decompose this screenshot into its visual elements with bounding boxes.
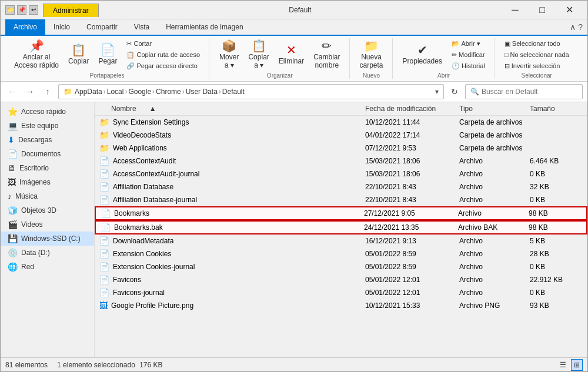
header-fecha[interactable]: Fecha de modificación (365, 105, 459, 113)
file-name-cell: 📄 AccessContextAudit (99, 156, 365, 166)
list-view-button[interactable]: ⊞ (571, 359, 583, 371)
table-row[interactable]: 📄 Extension Cookies-journal 05/01/2022 8… (95, 260, 587, 273)
file-type: Archivo PNG (459, 301, 530, 310)
ribbon-organizar-row: 📦 Movera ▾ 📋 Copiara ▾ ✕ Eliminar ✏ Camb… (215, 38, 344, 71)
up-button[interactable]: ↑ (41, 85, 55, 99)
table-row[interactable]: 📄 AccessContextAudit-journal 15/03/2021 … (95, 167, 587, 180)
search-input[interactable] (482, 88, 577, 96)
copiar-ruta-button[interactable]: 📋 Copiar ruta de acceso (122, 49, 204, 60)
propiedades-button[interactable]: ✔ Propiedades (399, 39, 446, 70)
maximize-button[interactable]: □ (529, 1, 556, 19)
sidebar-item-acceso-rapido[interactable]: ⭐ Acceso rápido (1, 105, 94, 119)
table-row[interactable]: 📁 Sync Extension Settings 10/12/2021 11:… (95, 116, 587, 129)
sidebar-item-windows-ssd[interactable]: 💾 Windows-SSD (C:) (1, 232, 94, 246)
file-size: 0 KB (530, 263, 583, 271)
sidebar-label: Videos (21, 220, 42, 229)
table-row[interactable]: 📄 DownloadMetadata 16/12/2021 9:13 Archi… (95, 234, 587, 247)
table-row-bookmarks-bak[interactable]: 📄 Bookmarks.bak 24/12/2021 13:35 Archivo… (95, 220, 587, 234)
anclar-button[interactable]: 📌 Anclar alAcceso rápido (10, 39, 63, 70)
tab-herramientas[interactable]: Herramientas de imagen (158, 19, 251, 35)
sidebar-item-objetos3d[interactable]: 🧊 Objetos 3D (1, 203, 94, 217)
minimize-button[interactable]: ─ (502, 1, 529, 19)
nueva-carpeta-button[interactable]: 📁 Nuevacarpeta (356, 39, 387, 70)
item-count: 81 elementos (5, 361, 48, 369)
table-row[interactable]: 📄 Affiliation Database 22/10/2021 8:43 A… (95, 180, 587, 193)
file-date: 16/12/2021 9:13 (365, 237, 459, 245)
header-tamanyo[interactable]: Tamaño (530, 105, 583, 113)
sidebar-item-este-equipo[interactable]: 💻 Este equipo (1, 119, 94, 133)
eliminar-button[interactable]: ✕ Eliminar (275, 39, 308, 70)
sidebar-item-data-d[interactable]: 💿 Data (D:) (1, 246, 94, 260)
copiar-a-button[interactable]: 📋 Copiara ▾ (244, 39, 273, 70)
file-size: 5 KB (530, 237, 583, 245)
file-name-cell: 📁 Sync Extension Settings (99, 118, 365, 127)
pegar-acceso-button[interactable]: 🔗 Pegar acceso directo (122, 61, 204, 71)
table-row[interactable]: 📄 Extension Cookies 05/01/2022 8:59 Arch… (95, 247, 587, 260)
tab-vista[interactable]: Vista (126, 19, 158, 35)
view-buttons: ☰ ⊞ (557, 359, 583, 371)
sidebar-item-descargas[interactable]: ⬇ Descargas (1, 133, 94, 147)
help-icon[interactable]: ? (578, 22, 583, 32)
mover-button[interactable]: 📦 Movera ▾ (215, 39, 243, 70)
sidebar-item-imagenes[interactable]: 🖼 Imágenes (1, 175, 94, 189)
copiar-button[interactable]: 📋 Copiar (64, 39, 93, 70)
header-tipo[interactable]: Tipo (459, 105, 530, 113)
seleccionar-todo-button[interactable]: ▣ Seleccionar todo (500, 38, 573, 49)
tab-inicio[interactable]: Inicio (45, 19, 78, 35)
delete-icon: ✕ (286, 44, 296, 56)
cambiar-nombre-button[interactable]: ✏ Cambiarnombre (309, 39, 344, 70)
file-size: 0 KB (530, 289, 583, 297)
breadcrumb-item-current[interactable]: Default (222, 88, 245, 96)
breadcrumb-item[interactable]: AppData (75, 88, 102, 96)
close-button[interactable]: ✕ (556, 1, 583, 19)
table-row[interactable]: 📄 Favicons 05/01/2022 12:01 Archivo 22.9… (95, 273, 587, 286)
forward-button[interactable]: → (23, 85, 37, 99)
breadcrumb-item[interactable]: User Data (186, 88, 218, 96)
no-seleccionar-button[interactable]: □ No seleccionar nada (500, 49, 573, 60)
sidebar-item-red[interactable]: 🌐 Red (1, 260, 94, 274)
refresh-button[interactable]: ↻ (447, 85, 462, 99)
tab-archivo[interactable]: Archivo (5, 19, 45, 35)
pegar-button[interactable]: 📄 Pegar (94, 39, 121, 70)
quick-access-icon[interactable]: 📁 (5, 5, 15, 15)
table-row[interactable]: 📄 AccessContextAudit 15/03/2021 18:06 Ar… (95, 155, 587, 167)
undo-icon[interactable]: ↩ (29, 5, 38, 15)
sidebar-item-documentos[interactable]: 📄 Documentos (1, 147, 94, 161)
file-icon: 📄 (101, 209, 111, 218)
file-icon: 📄 (99, 262, 109, 272)
sidebar-item-musica[interactable]: ♪ Música (1, 189, 94, 203)
header-nombre[interactable]: Nombre ▲ (99, 105, 365, 113)
file-name-cell: 🖼 Google Profile Picture.png (99, 301, 365, 310)
administrar-tab[interactable]: Administrar (43, 4, 99, 17)
star-icon: ⭐ (8, 107, 18, 116)
file-name: AccessContextAudit-journal (113, 170, 199, 178)
details-view-button[interactable]: ☰ (557, 359, 569, 371)
sidebar-item-escritorio[interactable]: 🖥 Escritorio (1, 161, 94, 175)
breadcrumb-bar[interactable]: 📁 AppData › Local › Google › Chrome › Us… (58, 84, 444, 99)
table-row[interactable]: 📄 Favicons-journal 05/01/2022 12:01 Arch… (95, 286, 587, 299)
pin-icon[interactable]: 📌 (17, 5, 26, 15)
breadcrumb-dropdown-icon[interactable]: ▾ (435, 88, 439, 96)
file-name: Extension Cookies-journal (113, 263, 195, 271)
table-row-bookmarks[interactable]: 📄 Bookmarks 27/12/2021 9:05 Archivo 98 K… (95, 206, 587, 220)
breadcrumb-item[interactable]: Local (107, 88, 124, 96)
breadcrumb-item[interactable]: Google (128, 88, 151, 96)
back-button[interactable]: ← (5, 85, 19, 99)
tab-compartir[interactable]: Compartir (78, 19, 126, 35)
sidebar-item-videos[interactable]: 🎬 Videos (1, 217, 94, 232)
modificar-button[interactable]: ✏ Modificar (447, 49, 489, 60)
file-date: 10/12/2021 15:33 (365, 301, 459, 310)
file-name: Google Profile Picture.png (111, 301, 193, 310)
table-row[interactable]: 🖼 Google Profile Picture.png 10/12/2021 … (95, 299, 587, 312)
historial-button[interactable]: 🕐 Historial (447, 61, 489, 71)
abrir-button[interactable]: 📂 Abrir ▾ (447, 38, 489, 49)
file-icon: 📄 (99, 156, 109, 166)
ribbon-collapse-icon[interactable]: ∧ (570, 22, 576, 32)
table-row[interactable]: 📁 Web Applications 07/12/2021 9:53 Carpe… (95, 142, 587, 155)
cortar-button[interactable]: ✂ Cortar (122, 38, 204, 49)
table-row[interactable]: 📁 VideoDecodeStats 04/01/2022 17:14 Carp… (95, 129, 587, 142)
breadcrumb-item[interactable]: Chrome (156, 88, 181, 96)
invertir-button[interactable]: ⊟ Invertir selección (500, 61, 573, 71)
table-row[interactable]: 📄 Affiliation Database-journal 22/10/202… (95, 193, 587, 206)
file-size: 22.912 KB (530, 276, 583, 284)
